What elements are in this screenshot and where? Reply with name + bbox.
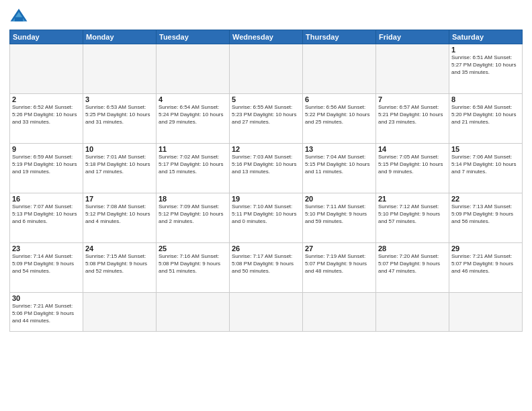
calendar-cell (10, 44, 83, 94)
calendar-cell (376, 293, 449, 332)
calendar-cell: 17Sunrise: 7:08 AM Sunset: 5:12 PM Dayli… (83, 193, 157, 243)
day-number: 9 (12, 145, 81, 153)
calendar-header-wednesday: Wednesday (230, 30, 303, 44)
day-info: Sunrise: 7:04 AM Sunset: 5:15 PM Dayligh… (305, 154, 373, 175)
day-info: Sunrise: 7:10 AM Sunset: 5:11 PM Dayligh… (232, 203, 300, 225)
logo (9, 7, 31, 26)
day-number: 17 (85, 195, 154, 203)
calendar-cell: 4Sunrise: 6:54 AM Sunset: 5:24 PM Daylig… (157, 94, 230, 144)
day-number: 1 (451, 46, 520, 54)
day-number: 29 (451, 244, 520, 253)
day-info: Sunrise: 6:56 AM Sunset: 5:22 PM Dayligh… (305, 104, 373, 126)
day-info: Sunrise: 6:53 AM Sunset: 5:25 PM Dayligh… (85, 104, 154, 126)
day-info: Sunrise: 6:52 AM Sunset: 5:26 PM Dayligh… (12, 104, 81, 126)
calendar-cell (157, 44, 230, 94)
day-info: Sunrise: 7:15 AM Sunset: 5:08 PM Dayligh… (85, 253, 154, 275)
day-info: Sunrise: 7:19 AM Sunset: 5:07 PM Dayligh… (305, 253, 373, 275)
calendar-header-tuesday: Tuesday (157, 30, 230, 44)
day-number: 16 (12, 195, 81, 203)
calendar-cell (83, 293, 157, 332)
calendar-cell (376, 44, 449, 94)
calendar-cell (303, 44, 376, 94)
day-number: 19 (232, 195, 300, 203)
day-number: 10 (85, 145, 154, 153)
day-info: Sunrise: 7:11 AM Sunset: 5:10 PM Dayligh… (305, 203, 373, 225)
calendar-cell: 16Sunrise: 7:07 AM Sunset: 5:13 PM Dayli… (10, 193, 83, 243)
day-number: 11 (159, 145, 227, 153)
calendar-cell: 22Sunrise: 7:13 AM Sunset: 5:09 PM Dayli… (449, 193, 523, 243)
day-info: Sunrise: 6:58 AM Sunset: 5:20 PM Dayligh… (451, 104, 520, 126)
day-number: 8 (451, 95, 520, 103)
day-number: 20 (305, 195, 373, 203)
calendar-week-4: 16Sunrise: 7:07 AM Sunset: 5:13 PM Dayli… (10, 193, 523, 243)
logo-icon (9, 7, 28, 26)
calendar-week-1: 1Sunrise: 6:51 AM Sunset: 5:27 PM Daylig… (10, 44, 523, 94)
day-number: 18 (159, 195, 227, 203)
day-info: Sunrise: 7:01 AM Sunset: 5:18 PM Dayligh… (85, 154, 154, 175)
day-info: Sunrise: 6:59 AM Sunset: 5:19 PM Dayligh… (12, 154, 81, 175)
day-info: Sunrise: 6:54 AM Sunset: 5:24 PM Dayligh… (159, 104, 227, 126)
svg-rect-2 (15, 17, 23, 21)
day-info: Sunrise: 7:07 AM Sunset: 5:13 PM Dayligh… (12, 203, 81, 225)
day-number: 23 (12, 244, 81, 253)
day-info: Sunrise: 6:55 AM Sunset: 5:23 PM Dayligh… (232, 104, 300, 126)
calendar-cell (303, 293, 376, 332)
calendar-cell: 1Sunrise: 6:51 AM Sunset: 5:27 PM Daylig… (449, 44, 523, 94)
calendar-header-row: SundayMondayTuesdayWednesdayThursdayFrid… (10, 30, 523, 44)
calendar-cell: 20Sunrise: 7:11 AM Sunset: 5:10 PM Dayli… (303, 193, 376, 243)
day-number: 14 (378, 145, 447, 153)
day-number: 7 (378, 95, 447, 103)
calendar-cell: 12Sunrise: 7:03 AM Sunset: 5:16 PM Dayli… (230, 144, 303, 193)
calendar-header-friday: Friday (376, 30, 449, 44)
day-number: 28 (378, 244, 447, 253)
calendar-cell (230, 293, 303, 332)
day-info: Sunrise: 7:06 AM Sunset: 5:14 PM Dayligh… (451, 154, 520, 175)
day-info: Sunrise: 7:21 AM Sunset: 5:06 PM Dayligh… (12, 303, 81, 324)
calendar-cell: 11Sunrise: 7:02 AM Sunset: 5:17 PM Dayli… (157, 144, 230, 193)
day-number: 24 (85, 244, 154, 253)
day-info: Sunrise: 7:17 AM Sunset: 5:08 PM Dayligh… (232, 253, 300, 275)
day-number: 12 (232, 145, 300, 153)
calendar-cell (157, 293, 230, 332)
day-info: Sunrise: 7:14 AM Sunset: 5:09 PM Dayligh… (12, 253, 81, 275)
calendar-cell: 25Sunrise: 7:16 AM Sunset: 5:08 PM Dayli… (157, 243, 230, 293)
calendar-cell: 10Sunrise: 7:01 AM Sunset: 5:18 PM Dayli… (83, 144, 157, 193)
calendar-cell: 19Sunrise: 7:10 AM Sunset: 5:11 PM Dayli… (230, 193, 303, 243)
calendar-cell (83, 44, 157, 94)
calendar-cell (230, 44, 303, 94)
day-number: 21 (378, 195, 447, 203)
calendar-header-monday: Monday (83, 30, 157, 44)
calendar-cell: 6Sunrise: 6:56 AM Sunset: 5:22 PM Daylig… (303, 94, 376, 144)
calendar-cell: 18Sunrise: 7:09 AM Sunset: 5:12 PM Dayli… (157, 193, 230, 243)
calendar-week-6: 30Sunrise: 7:21 AM Sunset: 5:06 PM Dayli… (10, 293, 523, 332)
day-info: Sunrise: 7:21 AM Sunset: 5:07 PM Dayligh… (451, 253, 520, 275)
calendar-cell: 8Sunrise: 6:58 AM Sunset: 5:20 PM Daylig… (449, 94, 523, 144)
day-info: Sunrise: 7:05 AM Sunset: 5:15 PM Dayligh… (378, 154, 447, 175)
calendar-header-sunday: Sunday (10, 30, 83, 44)
calendar-cell: 14Sunrise: 7:05 AM Sunset: 5:15 PM Dayli… (376, 144, 449, 193)
day-number: 26 (232, 244, 300, 253)
calendar-header-thursday: Thursday (303, 30, 376, 44)
day-info: Sunrise: 7:09 AM Sunset: 5:12 PM Dayligh… (159, 203, 227, 225)
calendar-week-2: 2Sunrise: 6:52 AM Sunset: 5:26 PM Daylig… (10, 94, 523, 144)
calendar-cell (449, 293, 523, 332)
day-number: 3 (85, 95, 154, 103)
calendar-cell: 28Sunrise: 7:20 AM Sunset: 5:07 PM Dayli… (376, 243, 449, 293)
calendar-cell: 5Sunrise: 6:55 AM Sunset: 5:23 PM Daylig… (230, 94, 303, 144)
day-number: 30 (12, 294, 81, 302)
calendar-week-3: 9Sunrise: 6:59 AM Sunset: 5:19 PM Daylig… (10, 144, 523, 193)
day-number: 4 (159, 95, 227, 103)
header (9, 7, 523, 26)
day-info: Sunrise: 7:13 AM Sunset: 5:09 PM Dayligh… (451, 203, 520, 225)
calendar-cell: 30Sunrise: 7:21 AM Sunset: 5:06 PM Dayli… (10, 293, 83, 332)
calendar-cell: 21Sunrise: 7:12 AM Sunset: 5:10 PM Dayli… (376, 193, 449, 243)
day-number: 6 (305, 95, 373, 103)
calendar-cell: 13Sunrise: 7:04 AM Sunset: 5:15 PM Dayli… (303, 144, 376, 193)
day-info: Sunrise: 7:02 AM Sunset: 5:17 PM Dayligh… (159, 154, 227, 175)
calendar-cell: 29Sunrise: 7:21 AM Sunset: 5:07 PM Dayli… (449, 243, 523, 293)
day-info: Sunrise: 7:08 AM Sunset: 5:12 PM Dayligh… (85, 203, 154, 225)
calendar-cell: 15Sunrise: 7:06 AM Sunset: 5:14 PM Dayli… (449, 144, 523, 193)
calendar-cell: 2Sunrise: 6:52 AM Sunset: 5:26 PM Daylig… (10, 94, 83, 144)
day-info: Sunrise: 7:16 AM Sunset: 5:08 PM Dayligh… (159, 253, 227, 275)
day-number: 15 (451, 145, 520, 153)
